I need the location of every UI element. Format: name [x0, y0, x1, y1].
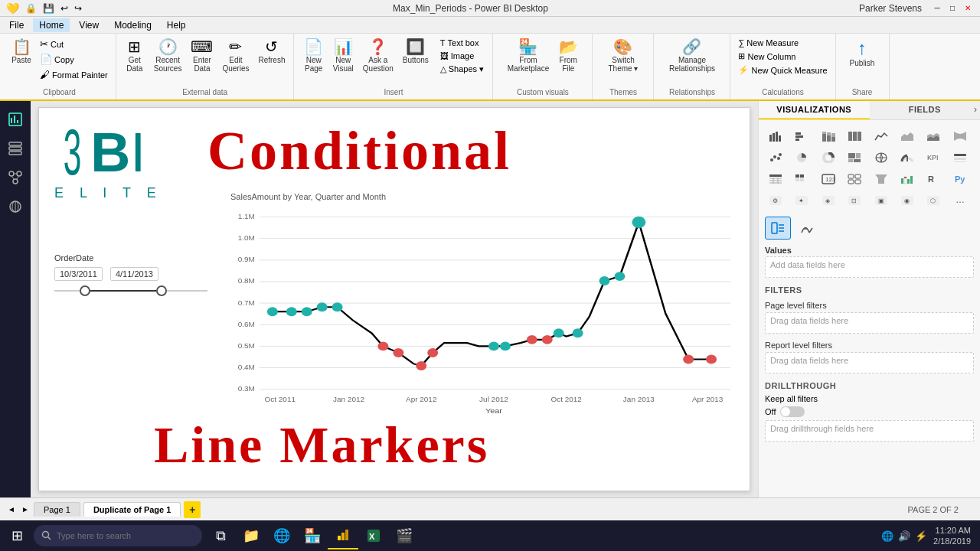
from-marketplace-button[interactable]: 🏪 FromMarketplace [504, 37, 553, 75]
edge-icon[interactable]: 🌐 [266, 522, 297, 549]
viz-custom-1[interactable]: ⚙ [765, 191, 786, 210]
viz-pie[interactable] [791, 148, 812, 168]
menu-file[interactable]: File [3, 18, 30, 32]
network-icon[interactable]: 🌐 [881, 530, 893, 542]
viz-r-script[interactable]: R [923, 169, 944, 189]
add-page-button[interactable]: + [184, 501, 201, 518]
viz-ribbon-chart[interactable] [949, 126, 971, 146]
viz-map[interactable] [871, 148, 892, 168]
new-visual-button[interactable]: 📊 NewVisual [329, 37, 358, 75]
new-page-button[interactable]: 📄 NewPage [300, 37, 328, 75]
slider-track[interactable] [54, 290, 207, 292]
get-data-button[interactable]: ⊞ GetData [121, 37, 149, 75]
report-filters-zone[interactable]: Drag data fields here [765, 352, 974, 373]
taskbar-clock[interactable]: 11:20 AM 2/18/2019 [933, 525, 971, 547]
viz-stacked-area[interactable] [923, 126, 944, 146]
tab-fields[interactable]: FIELDS [870, 101, 981, 119]
file-explorer-icon[interactable]: 📁 [236, 522, 266, 549]
viz-funnel[interactable] [871, 169, 892, 189]
publish-button[interactable]: ↑ Publish [846, 37, 879, 70]
tab-nav-left[interactable]: ◄ [6, 504, 17, 515]
image-button[interactable]: 🖼 Image [437, 50, 487, 62]
menu-home[interactable]: Home [33, 18, 70, 32]
viz-gauge[interactable] [897, 148, 918, 168]
from-file-button[interactable]: 📂 FromFile [554, 37, 582, 75]
shapes-button[interactable]: △ Shapes ▾ [437, 63, 487, 76]
viz-custom-5[interactable]: ▣ [871, 191, 892, 210]
minimize-btn[interactable]: ─ [931, 2, 943, 15]
new-quick-measure-button[interactable]: ⚡ New Quick Measure [735, 64, 830, 77]
menu-view[interactable]: View [73, 18, 105, 32]
viz-python[interactable]: Py [949, 169, 971, 189]
maximize-btn[interactable]: □ [946, 2, 959, 15]
edit-queries-button[interactable]: ✏ EditQueries [218, 37, 253, 75]
tab-nav-right[interactable]: ► [20, 504, 31, 515]
volume-icon[interactable]: 🔊 [898, 530, 910, 542]
manage-relationships-button[interactable]: 🔗 ManageRelationships [665, 37, 719, 75]
new-measure-button[interactable]: ∑ New Measure [735, 37, 830, 49]
viz-more[interactable]: … [949, 191, 971, 210]
format-tab[interactable] [794, 217, 820, 240]
battery-icon[interactable]: ⚡ [915, 530, 927, 542]
viz-custom-6[interactable]: ◉ [897, 191, 918, 210]
viz-custom-4[interactable]: ⊡ [844, 191, 865, 210]
close-btn[interactable]: ✕ [962, 2, 974, 15]
viz-stacked-bar[interactable] [818, 126, 839, 146]
viz-slicer[interactable] [949, 148, 971, 168]
viz-card[interactable]: 123 [818, 169, 839, 189]
taskview-icon[interactable]: ⧉ [205, 522, 236, 549]
build-tab[interactable] [765, 217, 791, 240]
start-button[interactable]: ⊞ [3, 522, 31, 549]
viz-clustered-bar[interactable] [791, 126, 812, 146]
cut-button[interactable]: ✂ Cut [37, 37, 111, 51]
powerbi-taskbar-icon[interactable] [328, 522, 358, 549]
copy-button[interactable]: 📄 Copy [37, 52, 111, 67]
drillthrough-toggle-switch[interactable] [780, 406, 805, 417]
recent-sources-button[interactable]: 🕐 RecentSources [150, 37, 186, 75]
store-icon[interactable]: 🏪 [297, 522, 328, 549]
page-tab-2[interactable]: Duplicate of Page 1 [83, 502, 181, 517]
buttons-button[interactable]: 🔲 Buttons [399, 37, 433, 67]
viz-line-chart[interactable] [871, 126, 892, 146]
switch-theme-button[interactable]: 🎨 SwitchTheme ▾ [605, 37, 642, 75]
panel-expand-button[interactable]: › [974, 104, 977, 115]
viz-waterfall[interactable] [897, 169, 918, 189]
viz-bar-chart[interactable] [765, 126, 786, 146]
new-column-button[interactable]: ⊞ New Column [735, 50, 830, 63]
viz-area-chart[interactable] [897, 126, 918, 146]
format-painter-button[interactable]: 🖌 Format Painter [37, 67, 111, 82]
drillthrough-zone[interactable]: Drag drillthrough fields here [765, 420, 974, 442]
viz-100pct-bar[interactable] [844, 126, 865, 146]
slicer-end-date[interactable]: 4/11/2013 [110, 267, 158, 281]
refresh-button[interactable]: ↺ Refresh [254, 37, 289, 67]
viz-table[interactable] [765, 169, 786, 189]
viz-matrix[interactable] [791, 169, 812, 189]
sidebar-data-icon[interactable] [3, 136, 28, 161]
slider-thumb-left[interactable] [80, 285, 90, 296]
paste-button[interactable]: 📋 Paste [8, 37, 35, 67]
slicer-start-date[interactable]: 10/3/2011 [54, 267, 103, 281]
enter-data-button[interactable]: ⌨ EnterData [187, 37, 217, 75]
sidebar-field-icon[interactable] [3, 194, 28, 219]
page-filters-zone[interactable]: Drag data fields here [765, 312, 974, 334]
menu-modeling[interactable]: Modeling [108, 18, 158, 32]
viz-multi-card[interactable] [844, 169, 865, 189]
media-icon[interactable]: 🎬 [389, 522, 420, 549]
search-input[interactable] [57, 531, 179, 540]
window-controls[interactable]: ─ □ ✕ [931, 2, 974, 15]
search-bar[interactable] [34, 525, 202, 546]
page-tab-1[interactable]: Page 1 [34, 502, 80, 517]
values-zone[interactable]: Add data fields here [765, 256, 974, 278]
menu-help[interactable]: Help [161, 18, 192, 32]
viz-kpi[interactable]: KPI [923, 148, 944, 168]
ask-question-button[interactable]: ❓ Ask aQuestion [359, 37, 397, 75]
viz-treemap[interactable] [844, 148, 865, 168]
sidebar-report-icon[interactable] [3, 107, 28, 132]
tab-visualizations[interactable]: VISUALIZATIONS [759, 101, 870, 119]
viz-custom-2[interactable]: ✦ [791, 191, 812, 210]
excel-icon[interactable]: X [358, 522, 389, 549]
slider-thumb-right[interactable] [156, 285, 167, 296]
viz-donut[interactable] [818, 148, 839, 168]
viz-custom-7[interactable]: ⬡ [923, 191, 944, 210]
text-box-button[interactable]: T Text box [437, 37, 487, 49]
